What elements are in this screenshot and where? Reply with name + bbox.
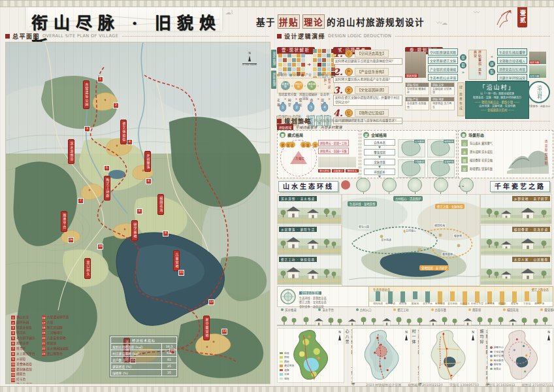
cloud-doodle-icon: 〰	[474, 8, 479, 16]
vision-flow: 现状风貌 空间肌理|建筑风貌文化资源|瓷艺文脉产业现状|农旅基础生态本底|山水环…	[405, 50, 550, 80]
question-title: 【产业链条重构】	[355, 68, 389, 76]
texture-cell	[327, 49, 331, 53]
red-sun-icon	[341, 180, 350, 189]
legend-label: 乡宿街	[16, 357, 25, 362]
x-label: 演艺广场	[533, 302, 546, 305]
x-label: 亲水平台	[421, 302, 434, 305]
legend-item: 居住	[277, 73, 287, 78]
legend-item: 产业	[301, 73, 312, 78]
pattern-callouts: 拼贴单元 · 民居+工坊拼贴单元 · 田园+市集	[318, 140, 349, 154]
attribute-pair: 生态本底|山水环境	[428, 74, 458, 81]
subtitle: 基于 拼贴 理论 的沿山村旅游规划设计	[256, 14, 425, 29]
flow-node: 场景再生	[307, 81, 316, 90]
card-text: 场景营造 活力再生	[431, 101, 454, 109]
north-needle-icon	[248, 56, 251, 61]
arrow-right-icon: ➜	[307, 62, 311, 67]
texture-cell	[322, 54, 326, 57]
legend-item: 20儿童安全营地	[42, 336, 69, 341]
flow-node: 拼贴重组	[294, 81, 303, 90]
texture-cell	[301, 63, 305, 67]
legend-label: 观景凉亭	[16, 342, 29, 346]
legend-item: 17古塔	[42, 321, 69, 325]
texture-cell	[313, 49, 317, 53]
emblem-chars: 沿山村	[536, 86, 542, 99]
section-elevation	[277, 313, 552, 327]
card-text: 文脉延续 记忆再现	[431, 87, 454, 95]
texture-cell	[327, 63, 331, 67]
texture-cell	[287, 54, 291, 57]
legend-label: 早茶文化街	[16, 326, 32, 331]
legend-swatch	[280, 365, 283, 367]
badge-collage-1: 拼	[489, 61, 495, 67]
map-marker: 11	[178, 270, 184, 276]
table-row: 绿地率 (%)35	[111, 370, 177, 376]
bar-slot	[421, 291, 434, 302]
question-number: 1.	[333, 49, 343, 58]
vision-statement-box: 「沿山村」 以「一环一带」串联全域资源 校准业态 · 文脉 · 场景, 焕发乡村…	[465, 81, 529, 119]
legend-dot-icon	[490, 368, 493, 370]
texture-cell	[278, 67, 282, 71]
tag-text: 全域诗画意境 · 再塑乡村聚落	[295, 125, 342, 130]
legend-label: 狼山古寺	[16, 316, 29, 320]
chart-xlabels: 湿地栈道林下步道观鸟塔露营地亲水平台窑址展馆瓷坊体验拉坯工坊彩绘工作室古街市集民…	[369, 302, 553, 305]
structure-map: N	[352, 328, 411, 383]
question-text: 如何将大量异质元素拼贴成产业生态链?	[333, 76, 402, 83]
texture-cell	[292, 58, 296, 62]
svg-text:4: 4	[323, 105, 326, 109]
border-pattern-bottom	[0, 386, 554, 392]
facilities-legend: 游客中心文化设施医疗设施商业服务停车场观景点	[490, 346, 504, 370]
vision-title: 「沿山村」	[467, 83, 527, 91]
svg-text:3: 3	[310, 105, 312, 109]
credit-item: 备案号 2C1632412	[485, 382, 515, 387]
mini-map: 全域环线	[427, 159, 455, 178]
texture-cell	[283, 58, 287, 62]
indicator-name: 绿地率 (%)	[111, 370, 162, 376]
pattern-sketch	[318, 157, 356, 167]
bar	[475, 291, 480, 302]
map-label: 研学基地	[131, 220, 138, 241]
texture-cell	[327, 67, 331, 71]
collage-cards: 拼贴·空间 空间重组 聚落织补 拼贴·文化 文脉延续 记忆再现 拼贴·产业 业态…	[405, 82, 455, 110]
legend-label: 陶艺民宿群	[47, 326, 63, 331]
dotted-leader	[368, 120, 550, 122]
collage-card: 拼贴·空间 空间重组 聚落织补	[405, 82, 429, 95]
legend-dot-icon	[393, 308, 396, 311]
legend-item: 16古窑遗址研学游	[42, 316, 69, 320]
subtitle-highlight-2: 理论	[302, 14, 325, 29]
vase-icon: 1	[278, 102, 287, 112]
credit-item: 规划证 2710027111	[522, 382, 553, 387]
elevation-label: 瓷艺工坊	[393, 308, 409, 312]
landuse-map: 林地耕地园地建设用地道路水域湿地 N	[277, 328, 344, 383]
subtitle-post: 的沿山村旅游规划设计	[327, 15, 425, 28]
legend-item: 2草坪乐园	[11, 321, 35, 325]
legend-label: 草坪乐园	[16, 321, 29, 325]
legend-item: 13打卡台	[11, 378, 35, 382]
business-chip: 全线业态策划	[299, 291, 321, 295]
legend-label: 伴月亭	[16, 331, 25, 336]
tag: 单元拼贴	[318, 169, 331, 172]
legend-number: 22	[42, 347, 46, 351]
aerial-place-label: 露营基地	[442, 252, 453, 256]
strategy-pair: 文旅融合|业态植入	[497, 57, 527, 64]
legend-swatch	[280, 373, 283, 376]
panel-title-text: 场景形态	[468, 132, 484, 138]
texture-cell	[292, 54, 296, 57]
svg-text:2: 2	[296, 105, 298, 109]
scene-chip: 居	[461, 165, 468, 172]
collage-card: 拼贴·文化 文脉延续 记忆再现	[431, 82, 455, 95]
panel-title-text: 模式格局	[287, 132, 303, 138]
logic-col-status: 壹·现状解析 现状肌理拼贴肌理 ➜ 居住公服产业农林水域 要素提取›拼贴重组›场…	[277, 42, 331, 115]
scene-desc: 粉墙黛瓦 错落有致	[470, 167, 493, 171]
credit-item: 学籍号 130495733	[449, 382, 479, 387]
bar-slot	[521, 291, 533, 301]
north-label: N	[338, 331, 341, 334]
banner-right-title: 千年瓷艺之路	[490, 181, 550, 192]
era-vignette-icon	[356, 178, 370, 192]
aerial-callout: 营地组团 · 亲子研学	[419, 265, 449, 270]
texture-cell	[287, 63, 291, 67]
legend-number: 9	[11, 357, 15, 361]
indicator-value: 81	[162, 357, 177, 363]
texture-cell	[297, 58, 301, 62]
vision-photos: 现状鸟瞰 规划鸟瞰	[529, 52, 546, 78]
legend-label: 渡口观景台	[47, 352, 63, 357]
